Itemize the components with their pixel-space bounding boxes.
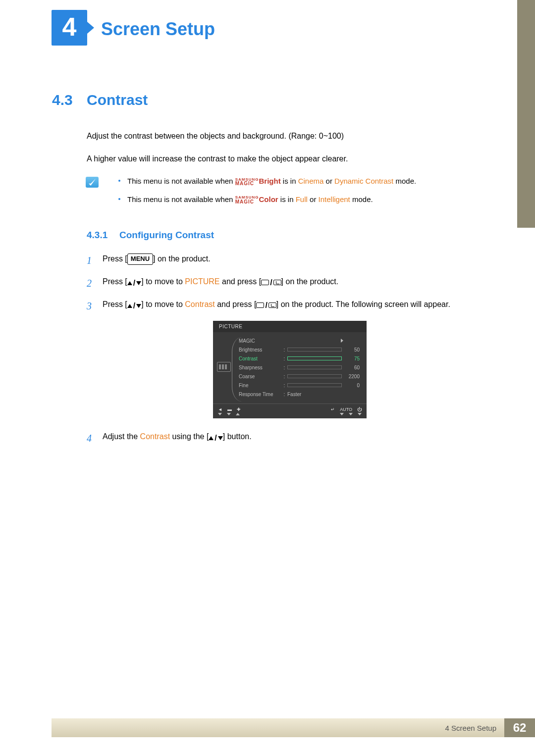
osd-row-sharpness: Sharpness : 60 — [239, 363, 362, 372]
up-down-icon: / — [209, 432, 222, 445]
magic-suffix: Color — [259, 195, 278, 203]
osd-label: Response Time — [239, 392, 281, 397]
step-text: ] on the product. The following screen w… — [276, 300, 450, 308]
note-icon — [86, 177, 99, 188]
note-block: This menu is not available when SAMSUNGM… — [86, 176, 493, 212]
osd-label: MAGIC — [239, 338, 281, 344]
step-number: 1 — [87, 252, 103, 268]
step-text: Press [ — [103, 300, 127, 308]
note-text: or — [323, 177, 334, 185]
osd-value: 2200 — [342, 374, 360, 379]
step-text: Press [ — [103, 254, 127, 263]
auto-label: AUTO — [340, 407, 352, 412]
page-number: 62 — [504, 718, 535, 737]
osd-value-text: Faster — [287, 392, 301, 397]
note-text: or — [308, 195, 319, 203]
step-text: Press [ — [103, 277, 127, 286]
osd-value: 0 — [342, 383, 360, 388]
section-description-2: A higher value will increase the contras… — [87, 153, 493, 165]
osd-label: Brightness — [239, 347, 281, 353]
step-text: ] on the product. — [153, 254, 211, 263]
osd-label: Fine — [239, 383, 281, 388]
note-text: is in — [278, 195, 296, 203]
mode-name: Intelligent — [319, 195, 350, 203]
osd-label: Sharpness — [239, 365, 281, 370]
osd-row-response-time: Response Time : Faster — [239, 390, 362, 399]
note-text: This menu is not available when — [127, 177, 235, 185]
minus-icon: ▬ — [227, 407, 232, 412]
osd-row-coarse: Coarse : 2200 — [239, 372, 362, 381]
osd-curve-decoration — [232, 337, 242, 402]
magic-suffix: Bright — [259, 177, 281, 185]
samsung-magic-label: SAMSUNGMAGIC — [235, 178, 259, 186]
step-text: ] button. — [223, 432, 252, 441]
step-text: Adjust the — [103, 432, 140, 441]
contrast-label: Contrast — [140, 432, 170, 441]
chapter-number-badge: 4 — [52, 10, 87, 46]
up-down-icon: / — [127, 300, 141, 312]
up-down-icon: / — [127, 277, 141, 290]
triangle-down-icon — [227, 413, 231, 415]
osd-footer-arrows — [213, 413, 367, 416]
step-text: ] to move to — [141, 300, 185, 308]
section-title: Contrast — [87, 92, 148, 108]
note-text: mode. — [350, 195, 373, 203]
triangle-down-icon — [349, 413, 353, 415]
triangle-down-icon — [358, 413, 362, 415]
osd-screenshot: PICTURE MAGIC Brightness : 50 Contrast : — [213, 321, 367, 418]
osd-bar — [287, 356, 342, 360]
note-text: This menu is not available when — [127, 195, 235, 203]
mode-name: Dynamic Contrast — [334, 177, 393, 185]
note-list: This menu is not available when SAMSUNGM… — [118, 176, 493, 212]
step-number: 3 — [87, 298, 103, 314]
step-text: and press [ — [220, 277, 262, 286]
osd-value: 60 — [342, 365, 360, 370]
osd-bar — [287, 365, 342, 369]
bullet-icon — [118, 180, 120, 182]
subsection-title: Configuring Contrast — [119, 230, 214, 241]
arrow-right-icon — [341, 339, 343, 343]
note-item: This menu is not available when SAMSUNGM… — [118, 176, 493, 187]
step: 1 Press [MENU] on the product. — [87, 252, 493, 268]
plus-icon: ✚ — [237, 407, 241, 412]
step: 3 Press [/] to move to Contrast and pres… — [87, 298, 493, 314]
step-number: 4 — [87, 430, 103, 446]
osd-label: Contrast — [239, 356, 281, 361]
step-text: ] to move to — [141, 277, 185, 286]
mode-name: Cinema — [298, 177, 324, 185]
picture-label: PICTURE — [185, 277, 219, 286]
osd-title: PICTURE — [213, 321, 367, 332]
note-text: mode. — [393, 177, 416, 185]
power-icon: ⏻ — [357, 407, 362, 412]
contrast-label: Contrast — [185, 300, 214, 308]
osd-body: MAGIC Brightness : 50 Contrast : 75 Shar… — [213, 332, 367, 403]
osd-row-magic: MAGIC — [239, 336, 362, 345]
subsection-heading: 4.3.1 Configuring Contrast — [87, 230, 493, 241]
osd-row-brightness: Brightness : 50 — [239, 345, 362, 354]
step-text: and press [ — [215, 300, 257, 308]
triangle-down-icon — [218, 413, 222, 415]
triangle-down-icon — [340, 413, 344, 415]
step-text: using the [ — [170, 432, 209, 441]
side-tab — [517, 0, 535, 228]
select-enter-icon: / — [261, 276, 281, 289]
osd-bar — [287, 383, 342, 387]
back-icon: ◄ — [218, 407, 222, 412]
osd-row-fine: Fine : 0 — [239, 381, 362, 390]
menu-button-label: MENU — [127, 253, 153, 265]
enter-icon: ↵ — [331, 407, 335, 412]
bullet-icon — [118, 198, 120, 200]
step-text: ] on the product. — [281, 277, 339, 286]
osd-footer: ◄ ▬ ✚ ↵ AUTO ⏻ — [213, 403, 367, 413]
monitor-icon — [217, 362, 231, 372]
footer-chapter-label: 4 Screen Setup — [52, 718, 504, 737]
content: 4.3 Contrast Adjust the contrast between… — [52, 92, 493, 453]
step-number: 2 — [87, 275, 103, 291]
triangle-up-icon — [236, 413, 240, 415]
chapter-title: Screen Setup — [101, 19, 215, 40]
step: 4 Adjust the Contrast using the [/] butt… — [87, 430, 493, 446]
section-number: 4.3 — [52, 92, 87, 108]
steps-list: 1 Press [MENU] on the product. 2 Press [… — [87, 252, 493, 446]
osd-bar — [287, 348, 342, 352]
section-description-1: Adjust the contrast between the objects … — [87, 130, 493, 142]
